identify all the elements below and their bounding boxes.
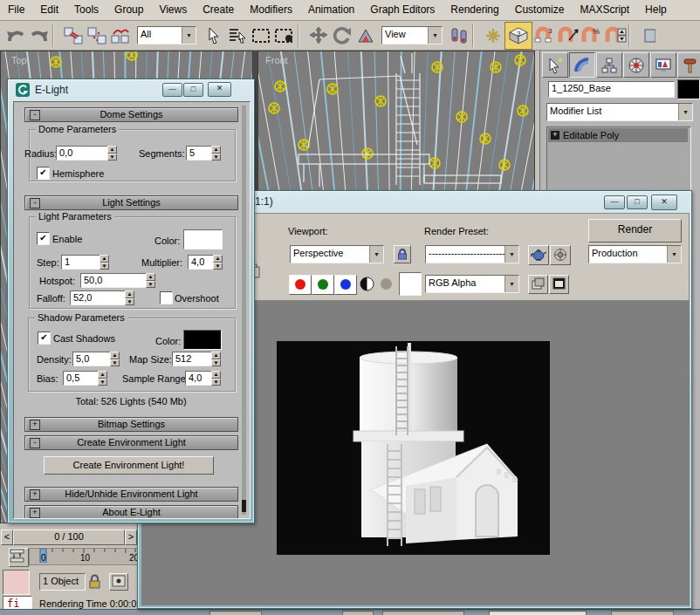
select-and-manipulate-icon[interactable]: [447, 23, 470, 49]
expand-icon[interactable]: +: [30, 489, 40, 500]
status-button-partial[interactable]: [342, 611, 374, 615]
menu-animation[interactable]: Animation: [300, 0, 362, 20]
close-button[interactable]: ✕: [651, 195, 677, 210]
status-button-partial[interactable]: [611, 611, 674, 615]
undo-icon[interactable]: [3, 23, 27, 49]
snaps-toggle-icon[interactable]: 3: [504, 22, 532, 50]
rollout-dome-settings[interactable]: - Dome Settings: [24, 107, 238, 122]
step-field[interactable]: 1: [61, 255, 101, 270]
expand-icon[interactable]: +: [30, 508, 40, 518]
modifier-stack-row[interactable]: + Editable Poly: [548, 128, 688, 142]
render-button[interactable]: Render: [588, 219, 682, 243]
alpha-channel-button[interactable]: [380, 277, 393, 290]
modifier-list-dropdown[interactable]: Modifier List: [546, 103, 693, 121]
select-and-move-icon[interactable]: [306, 23, 330, 49]
tab-hierarchy[interactable]: [596, 52, 622, 78]
time-slider[interactable]: 0 / 100: [13, 530, 125, 545]
frame-icon-button[interactable]: [549, 275, 569, 294]
menu-help[interactable]: Help: [637, 0, 675, 20]
object-color-swatch[interactable]: [677, 79, 700, 99]
render-scene-teapot-button[interactable]: [528, 245, 549, 265]
shadow-color-swatch[interactable]: [183, 330, 222, 350]
light-color-swatch[interactable]: [183, 229, 223, 249]
hotspot-spinner[interactable]: [146, 273, 155, 288]
dropdown-arrow-icon[interactable]: [678, 104, 692, 120]
rfw-preset-dropdown[interactable]: -------------------------: [425, 245, 519, 263]
map-size-spinner[interactable]: [211, 352, 221, 366]
expand-icon[interactable]: +: [30, 420, 40, 430]
previous-frame-button[interactable]: <: [1, 530, 13, 545]
object-name-field[interactable]: 1_1250_Base: [548, 81, 675, 98]
rollout-bitmap-settings[interactable]: + Bitmap Settings: [24, 417, 238, 432]
multiplier-spinner[interactable]: [213, 255, 223, 270]
collapse-icon[interactable]: -: [30, 110, 40, 120]
expand-icon[interactable]: +: [551, 131, 559, 140]
select-and-link-icon[interactable]: [61, 23, 85, 49]
rollout-light-settings[interactable]: - Light Settings: [24, 195, 238, 210]
menu-maxscript[interactable]: MAXScript: [572, 0, 637, 20]
viewport-lock-button[interactable]: [394, 245, 411, 263]
blue-channel-button[interactable]: [334, 275, 357, 295]
rollout-about[interactable]: + About E-Light: [24, 505, 238, 519]
falloff-field[interactable]: 52,0: [70, 290, 127, 305]
select-and-scale-icon[interactable]: [353, 23, 377, 49]
tab-modify[interactable]: [569, 52, 595, 78]
menu-edit[interactable]: Edit: [32, 0, 66, 20]
sample-range-field[interactable]: 4,0: [185, 371, 214, 386]
minimize-button[interactable]: —: [162, 83, 182, 97]
density-spinner[interactable]: [110, 352, 120, 366]
viewport-front-label[interactable]: Front: [265, 55, 288, 65]
sample-range-spinner[interactable]: [211, 371, 221, 386]
background-color-swatch[interactable]: [399, 272, 422, 296]
selection-filter-dropdown[interactable]: All: [137, 26, 196, 44]
angle-snap-icon[interactable]: 3: [532, 23, 556, 49]
maximize-button[interactable]: □: [627, 195, 648, 209]
collapse-icon[interactable]: -: [30, 438, 40, 448]
status-field-partial[interactable]: [489, 611, 587, 615]
map-size-field[interactable]: 512: [172, 352, 214, 366]
rollout-create-env-light[interactable]: - Create Environment Light: [24, 435, 238, 450]
hotspot-field[interactable]: 50,0: [80, 273, 148, 288]
rectangular-selection-region-icon[interactable]: [249, 23, 272, 49]
menu-rendering[interactable]: Rendering: [443, 0, 506, 20]
environment-button[interactable]: [550, 245, 571, 265]
menu-tools[interactable]: Tools: [66, 0, 106, 20]
monochrome-button[interactable]: [360, 277, 374, 291]
bias-spinner[interactable]: [98, 371, 107, 386]
absolute-mode-toggle[interactable]: [109, 573, 128, 591]
red-channel-button[interactable]: [289, 275, 312, 295]
elight-title-bar[interactable]: E-Light — □ ✕: [8, 79, 256, 101]
menu-modifiers[interactable]: Modifiers: [242, 0, 300, 20]
tab-utilities[interactable]: [677, 52, 700, 78]
select-by-name-icon[interactable]: [225, 23, 249, 49]
tab-create[interactable]: [542, 52, 568, 78]
menu-graph-editors[interactable]: Graph Editors: [362, 0, 443, 20]
overshoot-checkbox[interactable]: [160, 291, 173, 304]
segments-field[interactable]: 5: [186, 146, 214, 161]
layer-icon-button[interactable]: [528, 275, 548, 294]
angle-snap-toggle-icon[interactable]: [556, 23, 580, 49]
channel-display-dropdown[interactable]: RGB Alpha: [425, 275, 519, 293]
dropdown-arrow-icon[interactable]: [182, 27, 196, 44]
render-target-dropdown[interactable]: Production: [588, 245, 682, 263]
partial-toolbar-icon[interactable]: [637, 23, 661, 49]
enable-checkbox[interactable]: [37, 232, 50, 245]
next-frame-button[interactable]: >: [125, 530, 137, 545]
selection-lock-icon[interactable]: [88, 573, 101, 590]
step-spinner[interactable]: [100, 255, 109, 270]
minimize-button[interactable]: —: [604, 195, 625, 209]
menu-group[interactable]: Group: [106, 0, 151, 20]
close-button[interactable]: ✕: [208, 82, 231, 97]
dropdown-arrow-icon[interactable]: [428, 27, 442, 44]
density-field[interactable]: 5,0: [72, 352, 113, 366]
falloff-spinner[interactable]: [125, 290, 134, 305]
status-button-partial[interactable]: [382, 611, 464, 615]
dropdown-arrow-icon[interactable]: [504, 276, 518, 292]
create-environment-light-button[interactable]: Create Environment Light!: [44, 456, 214, 475]
multiplier-field[interactable]: 4,0: [188, 255, 216, 270]
cast-shadows-checkbox[interactable]: [38, 331, 51, 345]
rollout-hide-unhide[interactable]: + Hide/Unhide Environment Light: [24, 487, 238, 502]
percent-snap-icon[interactable]: %: [580, 23, 603, 49]
dropdown-arrow-icon[interactable]: [369, 246, 383, 263]
viewport-top-label[interactable]: Top: [11, 55, 27, 65]
